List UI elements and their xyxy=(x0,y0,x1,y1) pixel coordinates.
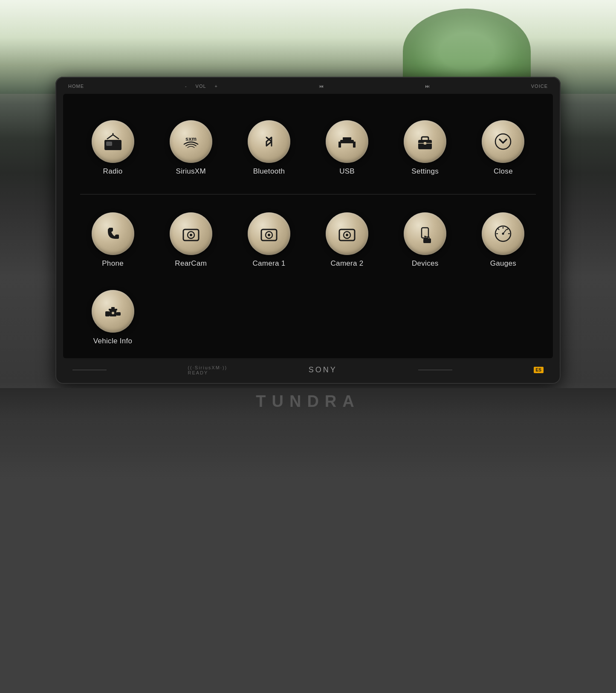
screen-bezel: HOME - VOL + ⏮ ⏭ VOICE xyxy=(55,77,561,384)
rearcam-icon xyxy=(180,223,202,245)
bezel-bottom: ((·SiriusXM·))READY SONY ES xyxy=(55,360,561,380)
vol-label: VOL xyxy=(196,84,206,89)
phone-icon-circle xyxy=(92,212,134,255)
bluetooth-icon-circle xyxy=(248,120,290,163)
usb-icon xyxy=(336,130,358,153)
es-badge: ES xyxy=(534,367,544,373)
camera2-label: Camera 2 xyxy=(331,259,364,268)
svg-point-13 xyxy=(495,134,511,149)
camera1-icon xyxy=(258,223,280,245)
prev-track-button[interactable]: ⏮ xyxy=(319,84,324,89)
camera2-icon xyxy=(336,223,358,245)
svg-line-31 xyxy=(498,229,500,230)
close-button[interactable]: Close xyxy=(466,120,540,176)
svg-point-40 xyxy=(112,312,114,314)
bluetooth-button[interactable]: Bluetooth xyxy=(232,120,306,176)
phone-icon xyxy=(102,223,124,245)
svg-point-19 xyxy=(268,234,270,236)
close-icon xyxy=(492,130,514,153)
svg-rect-8 xyxy=(353,142,356,148)
bluetooth-label: Bluetooth xyxy=(253,167,285,176)
devices-icon-circle xyxy=(404,212,446,255)
devices-icon xyxy=(414,223,436,245)
menu-row-3: Vehicle Info xyxy=(76,286,540,350)
svg-point-33 xyxy=(502,232,504,235)
bluetooth-icon xyxy=(258,130,280,153)
camera1-button[interactable]: Camera 1 xyxy=(232,212,306,268)
vehicleinfo-button[interactable]: Vehicle Info xyxy=(76,290,150,345)
bezel-top-bar: HOME - VOL + ⏮ ⏭ VOICE xyxy=(55,80,561,92)
devices-button[interactable]: Devices xyxy=(388,212,462,268)
radio-label: Radio xyxy=(103,167,123,176)
voice-button[interactable]: VOICE xyxy=(531,84,548,89)
menu-row-2: Phone RearCam xyxy=(76,194,540,286)
vol-plus-button[interactable]: + xyxy=(215,84,218,89)
gauges-icon-circle xyxy=(482,212,524,255)
radio-button[interactable]: Radio xyxy=(76,120,150,176)
sony-logo: SONY xyxy=(309,365,337,374)
vol-minus-button[interactable]: - xyxy=(185,84,187,89)
sirius-ready-label: ((·SiriusXM·))READY xyxy=(188,365,227,375)
next-track-button[interactable]: ⏭ xyxy=(425,84,430,89)
menu-grid: Radio sxm SiriusXM xyxy=(63,94,553,358)
menu-row-1: Radio sxm SiriusXM xyxy=(76,102,540,194)
rearcam-button[interactable]: RearCam xyxy=(154,212,228,268)
svg-line-30 xyxy=(507,229,508,230)
home-button[interactable]: HOME xyxy=(68,84,84,89)
phone-button[interactable]: Phone xyxy=(76,212,150,268)
vehicleinfo-icon-circle xyxy=(92,290,134,333)
radio-icon-circle xyxy=(92,120,134,163)
settings-icon-circle xyxy=(404,120,446,163)
camera2-button[interactable]: Camera 2 xyxy=(310,212,384,268)
svg-point-22 xyxy=(346,234,348,236)
close-label: Close xyxy=(494,167,513,176)
bezel-line-left xyxy=(72,370,107,370)
svg-rect-36 xyxy=(116,312,121,316)
svg-rect-25 xyxy=(423,238,431,243)
usb-icon-circle xyxy=(326,120,368,163)
svg-rect-38 xyxy=(109,309,111,310)
svg-rect-39 xyxy=(115,309,117,310)
svg-rect-12 xyxy=(424,142,426,145)
phone-label: Phone xyxy=(102,259,124,268)
close-icon-circle xyxy=(482,120,524,163)
settings-label: Settings xyxy=(411,167,439,176)
devices-label: Devices xyxy=(412,259,439,268)
settings-button[interactable]: Settings xyxy=(388,120,462,176)
siriusxm-label: SiriusXM xyxy=(176,167,206,176)
siriusxm-icon: sxm xyxy=(180,130,202,153)
dashboard-panel: TUNDRA 🪑 71 ❄️ 71 🪑 PASS AIR BAG xyxy=(0,388,616,693)
svg-rect-9 xyxy=(343,137,351,140)
main-screen: Radio sxm SiriusXM xyxy=(63,94,553,358)
svg-rect-7 xyxy=(338,142,341,148)
camera1-label: Camera 1 xyxy=(252,259,285,268)
usb-button[interactable]: USB xyxy=(310,120,384,176)
usb-label: USB xyxy=(339,167,355,176)
radio-icon xyxy=(102,130,124,153)
siriusxm-button[interactable]: sxm SiriusXM xyxy=(154,120,228,176)
svg-rect-37 xyxy=(111,307,115,310)
gauges-icon xyxy=(492,223,514,245)
camera1-icon-circle xyxy=(248,212,290,255)
tundra-label: TUNDRA xyxy=(256,392,360,411)
vol-controls: - VOL + xyxy=(185,84,218,89)
vehicleinfo-label: Vehicle Info xyxy=(93,337,133,345)
svg-point-3 xyxy=(116,143,118,145)
rearcam-icon-circle xyxy=(170,212,212,255)
camera2-icon-circle xyxy=(326,212,368,255)
svg-point-16 xyxy=(190,234,192,236)
gauges-button[interactable]: Gauges xyxy=(466,212,540,268)
svg-text:sxm: sxm xyxy=(185,136,197,142)
svg-rect-34 xyxy=(105,311,110,316)
bezel-line-right xyxy=(418,370,452,370)
gauges-label: Gauges xyxy=(490,259,516,268)
svg-rect-6 xyxy=(340,140,354,143)
svg-rect-1 xyxy=(106,142,112,146)
rearcam-label: RearCam xyxy=(175,259,207,268)
settings-icon xyxy=(414,130,436,153)
siriusxm-icon-circle: sxm xyxy=(170,120,212,163)
engine-icon xyxy=(102,300,124,322)
